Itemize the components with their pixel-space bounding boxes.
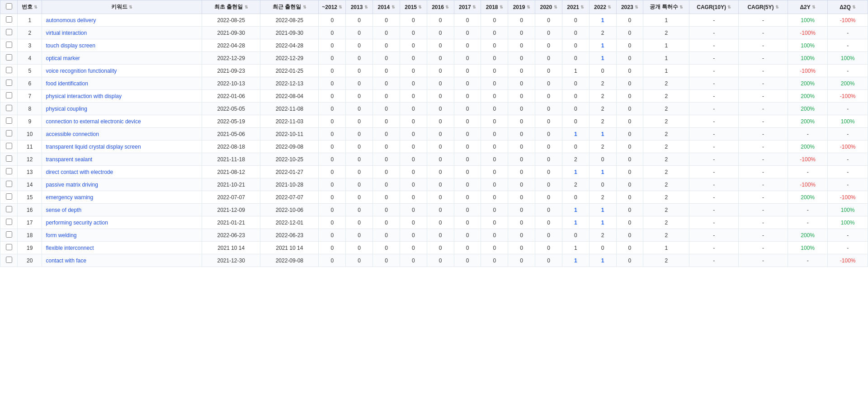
row-checkbox[interactable] — [6, 193, 12, 200]
row-cagr10: - — [689, 128, 739, 140]
row-checkbox[interactable] — [6, 155, 12, 162]
row-checkbox[interactable] — [6, 67, 12, 73]
row-checkbox[interactable] — [6, 231, 12, 238]
row-keyword[interactable]: food identification — [42, 77, 202, 90]
header-checkbox[interactable] — [0, 0, 18, 14]
header-y2016[interactable]: 2016 ⇅ — [427, 0, 454, 14]
header-keyword[interactable]: 키워드 ⇅ — [42, 0, 202, 14]
row-keyword[interactable]: physical coupling — [42, 103, 202, 115]
row-checkbox[interactable] — [6, 168, 12, 174]
row-checkbox-cell[interactable] — [0, 242, 18, 254]
row-checkbox-cell[interactable] — [0, 191, 18, 204]
row-checkbox[interactable] — [6, 219, 12, 225]
row-delta2y: 100% — [788, 14, 827, 27]
row-checkbox-cell[interactable] — [0, 229, 18, 242]
header-last-date[interactable]: 최근 출현일 ⇅ — [260, 0, 319, 14]
row-checkbox-cell[interactable] — [0, 254, 18, 267]
row-checkbox-cell[interactable] — [0, 103, 18, 115]
row-checkbox[interactable] — [6, 29, 12, 35]
row-checkbox-cell[interactable] — [0, 140, 18, 153]
row-y2015: 0 — [400, 166, 427, 178]
row-checkbox[interactable] — [6, 54, 12, 61]
row-keyword[interactable]: virtual interaction — [42, 27, 202, 39]
row-cagr5: - — [739, 115, 788, 128]
row-keyword[interactable]: transparent sealant — [42, 153, 202, 166]
row-checkbox[interactable] — [6, 206, 12, 212]
row-checkbox-cell[interactable] — [0, 153, 18, 166]
row-checkbox-cell[interactable] — [0, 128, 18, 140]
row-checkbox-cell[interactable] — [0, 14, 18, 27]
header-cagr10[interactable]: CAGR(10Y) ⇅ — [689, 0, 739, 14]
row-keyword[interactable]: touch display screen — [42, 39, 202, 52]
header-y2022[interactable]: 2022 ⇅ — [589, 0, 616, 14]
header-y2013[interactable]: 2013 ⇅ — [346, 0, 373, 14]
row-y2013: 0 — [346, 103, 373, 115]
row-checkbox[interactable] — [6, 244, 12, 250]
row-checkbox-cell[interactable] — [0, 39, 18, 52]
row-keyword[interactable]: accessible connection — [42, 128, 202, 140]
header-y2020[interactable]: 2020 ⇅ — [535, 0, 562, 14]
row-keyword[interactable]: physical interaction with display — [42, 90, 202, 103]
row-y2023: 0 — [616, 178, 643, 191]
row-keyword[interactable]: form welding — [42, 229, 202, 242]
header-y2014[interactable]: 2014 ⇅ — [373, 0, 400, 14]
header-pub[interactable]: 공개 특허수 ⇅ — [643, 0, 689, 14]
header-y2021[interactable]: 2021 ⇅ — [562, 0, 589, 14]
row-checkbox-cell[interactable] — [0, 27, 18, 39]
row-keyword[interactable]: sense of depth — [42, 204, 202, 216]
row-keyword[interactable]: flexible interconnect — [42, 242, 202, 254]
row-y2013: 0 — [346, 27, 373, 39]
row-cagr5: - — [739, 204, 788, 216]
row-checkbox-cell[interactable] — [0, 65, 18, 77]
row-checkbox[interactable] — [6, 130, 12, 136]
row-checkbox-cell[interactable] — [0, 90, 18, 103]
row-checkbox[interactable] — [6, 92, 12, 98]
row-checkbox-cell[interactable] — [0, 204, 18, 216]
row-keyword[interactable]: performing security action — [42, 216, 202, 229]
header-y2017[interactable]: 2017 ⇅ — [454, 0, 481, 14]
row-keyword[interactable]: direct contact with electrode — [42, 166, 202, 178]
header-y2023[interactable]: 2023 ⇅ — [616, 0, 643, 14]
select-all-checkbox[interactable] — [6, 3, 12, 9]
header-first-date[interactable]: 최초 출현일 ⇅ — [202, 0, 260, 14]
row-cagr5: - — [739, 39, 788, 52]
row-checkbox[interactable] — [6, 42, 12, 48]
row-keyword[interactable]: emergency warning — [42, 191, 202, 204]
row-y2018: 0 — [481, 140, 508, 153]
table-row: 12transparent sealant2021-11-182022-10-2… — [0, 153, 868, 166]
row-checkbox[interactable] — [6, 16, 12, 23]
header-delta2q[interactable]: Δ2Q ⇅ — [828, 0, 868, 14]
row-checkbox[interactable] — [6, 181, 12, 187]
table-body: 1autonomous delivery2022-08-252022-08-25… — [0, 14, 868, 267]
row-checkbox-cell[interactable] — [0, 216, 18, 229]
header-delta2y[interactable]: Δ2Y ⇅ — [788, 0, 827, 14]
row-checkbox-cell[interactable] — [0, 115, 18, 128]
row-y2012: 0 — [319, 115, 346, 128]
row-checkbox-cell[interactable] — [0, 178, 18, 191]
row-checkbox[interactable] — [6, 117, 12, 124]
sort-icon-y2020: ⇅ — [554, 5, 557, 9]
row-keyword[interactable]: passive matrix driving — [42, 178, 202, 191]
row-checkbox[interactable] — [6, 257, 12, 263]
header-y2012[interactable]: ~2012 ⇅ — [319, 0, 346, 14]
row-keyword[interactable]: connection to external electronic device — [42, 115, 202, 128]
row-keyword[interactable]: autonomous delivery — [42, 14, 202, 27]
header-y2015[interactable]: 2015 ⇅ — [400, 0, 427, 14]
row-checkbox-cell[interactable] — [0, 166, 18, 178]
row-checkbox-cell[interactable] — [0, 77, 18, 90]
row-keyword[interactable]: contact with face — [42, 254, 202, 267]
row-checkbox[interactable] — [6, 80, 12, 86]
row-keyword[interactable]: optical marker — [42, 52, 202, 65]
row-y2013: 0 — [346, 204, 373, 216]
header-y2018[interactable]: 2018 ⇅ — [481, 0, 508, 14]
header-no[interactable]: 번호 ⇅ — [18, 0, 42, 14]
row-checkbox[interactable] — [6, 143, 12, 149]
row-keyword[interactable]: transparent liquid crystal display scree… — [42, 140, 202, 153]
header-cagr5[interactable]: CAGR(5Y) ⇅ — [739, 0, 788, 14]
header-y2019[interactable]: 2019 ⇅ — [508, 0, 535, 14]
row-y2018: 0 — [481, 178, 508, 191]
row-delta2q: 100% — [828, 216, 868, 229]
row-checkbox[interactable] — [6, 105, 12, 111]
row-keyword[interactable]: voice recognition functionality — [42, 65, 202, 77]
row-checkbox-cell[interactable] — [0, 52, 18, 65]
